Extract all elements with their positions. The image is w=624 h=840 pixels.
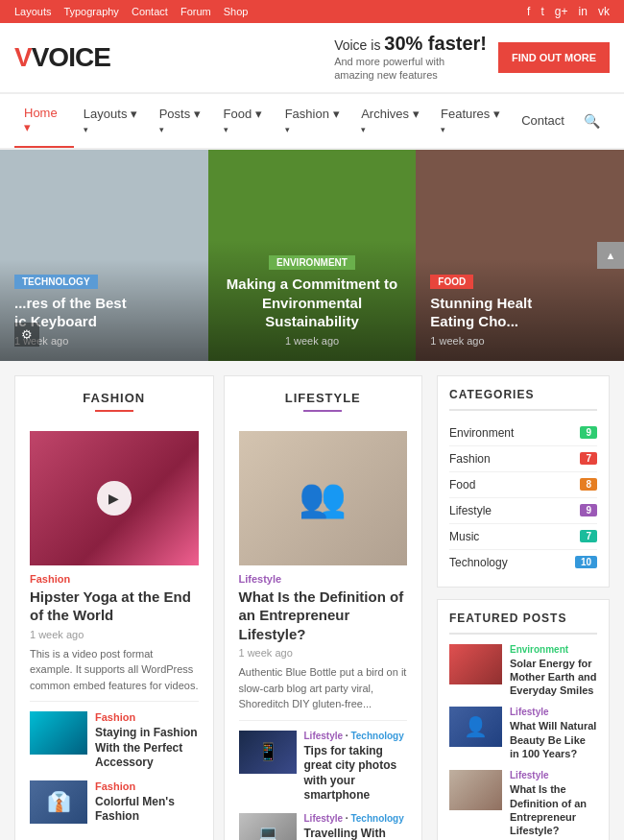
top-bar: Layouts Typography Contact Forum Shop f … (0, 0, 624, 23)
featured-post-3: Lifestyle What Is the Definition of an E… (449, 770, 597, 837)
twitter-icon[interactable]: t (540, 5, 543, 18)
lifestyle-cat-label: Lifestyle (239, 573, 408, 585)
nav-fashion[interactable]: Fashion ▾ (276, 95, 352, 147)
lifestyle-featured-image: 👥 (239, 431, 408, 565)
play-button[interactable]: ▶ (97, 481, 132, 516)
lifestyle-small-title-2[interactable]: Travelling With Technology – Some Tips F… (304, 827, 408, 840)
nav-food[interactable]: Food ▾ (214, 95, 276, 147)
categories-list: Environment 9 Fashion 7 Food 8 Lifestyle… (449, 420, 597, 575)
site-logo: VVOICE (14, 42, 110, 73)
hero-title-1: ...res of the Bestic Keyboard (14, 294, 194, 331)
fashion-small-info-1: Fashion Staying in Fashion With the Perf… (95, 711, 199, 771)
fashion-featured-image: ▶ (30, 431, 199, 565)
gear-button[interactable]: ⚙ (14, 323, 39, 347)
cat-item-lifestyle[interactable]: Lifestyle 9 (449, 498, 597, 524)
lifestyle-section: LIFESTYLE 👥 Lifestyle What Is the Defini… (224, 375, 423, 840)
fp-info-2: Lifestyle What Will Natural Beauty Be Li… (510, 707, 597, 760)
fp-cat-3: Lifestyle (510, 770, 597, 780)
hero-time-1: 1 week ago (14, 335, 194, 347)
fashion-small-img-1 (30, 711, 87, 755)
cat-item-food[interactable]: Food 8 (449, 472, 597, 498)
categories-title: CATEGORIES (449, 388, 597, 411)
nav-archives[interactable]: Archives ▾ (351, 95, 431, 147)
lifestyle-article-title[interactable]: What Is the Definition of an Entrepreneu… (239, 588, 408, 644)
cat-name-fashion: Fashion (449, 452, 491, 466)
top-link-forum[interactable]: Forum (180, 6, 211, 17)
social-icons: f t g+ in vk (519, 5, 610, 18)
cat-name-technology: Technology (449, 556, 508, 569)
lifestyle-small-cat-2: Lifestyle · Technology (304, 813, 408, 824)
fashion-article-title[interactable]: Hipster Yoga at the End of the World (30, 588, 199, 625)
top-link-contact[interactable]: Contact (132, 6, 168, 17)
googleplus-icon[interactable]: g+ (555, 5, 568, 18)
lifestyle-article-excerpt: Authentic Blue Bottle put a bird on it s… (239, 664, 408, 712)
cat-name-food: Food (449, 478, 475, 492)
hero-overlay-2: Environment Making a Commitment to Envir… (208, 240, 417, 361)
cat-item-fashion[interactable]: Fashion 7 (449, 446, 597, 472)
main-nav: Home ▾ Layouts ▾ Posts ▾ Food ▾ Fashion … (0, 93, 624, 150)
featured-post-2: 👤 Lifestyle What Will Natural Beauty Be … (449, 707, 597, 760)
fp-image-1 (449, 644, 502, 684)
fashion-section: FASHION ▶ Fashion Hipster Yoga at the En… (14, 375, 214, 840)
top-sections-row: FASHION ▶ Fashion Hipster Yoga at the En… (14, 375, 422, 840)
top-link-typography[interactable]: Typography (63, 6, 118, 17)
fashion-small-2: 👔 Fashion Colorful Men's Fashion (30, 780, 199, 825)
cat-count-fashion: 7 (580, 452, 597, 465)
facebook-icon[interactable]: f (527, 5, 530, 18)
find-out-button[interactable]: FIND OUT MORE (498, 42, 610, 73)
banner-prefix: Voice is (334, 37, 384, 53)
lifestyle-small-info-1: Lifestyle · Technology Tips for taking g… (304, 731, 408, 804)
lifestyle-small-info-2: Lifestyle · Technology Travelling With T… (304, 813, 408, 840)
nav-posts[interactable]: Posts ▾ (150, 95, 214, 147)
nav-contact[interactable]: Contact (512, 102, 574, 139)
top-link-shop[interactable]: Shop (224, 6, 249, 17)
hero-overlay-3: Food Stunning HealtEating Cho... 1 week … (416, 259, 624, 361)
featured-posts-title: FEATURED POSTS (449, 612, 597, 635)
hero-title-2: Making a Commitment to Environmental Sus… (223, 275, 402, 331)
fp-image-3 (449, 770, 502, 810)
fashion-small-info-2: Fashion Colorful Men's Fashion (95, 780, 199, 825)
cat-name-music: Music (449, 530, 479, 543)
nav-layouts[interactable]: Layouts ▾ (74, 95, 150, 147)
featured-posts-widget: FEATURED POSTS Environment Solar Energy … (437, 599, 610, 840)
hero-time-3: 1 week ago (430, 335, 610, 347)
fp-title-1[interactable]: Solar Energy for Mother Earth and Everyd… (510, 657, 597, 698)
top-link-layouts[interactable]: Layouts (14, 6, 52, 17)
fashion-small-cat-2: Fashion (95, 780, 199, 792)
cat-count-music: 7 (580, 530, 597, 542)
sidebar: CATEGORIES Environment 9 Fashion 7 Food … (437, 375, 610, 840)
nav-home[interactable]: Home ▾ (14, 94, 74, 148)
fashion-small-title-2[interactable]: Colorful Men's Fashion (95, 795, 199, 825)
search-icon[interactable]: 🔍 (574, 104, 610, 138)
scroll-up-button[interactable]: ▲ (597, 242, 624, 269)
cat-item-music[interactable]: Music 7 (449, 524, 597, 550)
cat-name-lifestyle: Lifestyle (449, 504, 492, 517)
hero-badge-2: Environment (269, 255, 355, 270)
site-header: VVOICE Voice is 30% faster! And more pow… (0, 23, 624, 93)
vk-icon[interactable]: vk (598, 5, 610, 18)
fashion-cat-label: Fashion (30, 573, 199, 585)
categories-widget: CATEGORIES Environment 9 Fashion 7 Food … (437, 375, 610, 588)
cat-count-technology: 10 (575, 556, 597, 568)
fashion-small-cat-1: Fashion (95, 711, 199, 723)
top-bar-links: Layouts Typography Contact Forum Shop (14, 6, 257, 17)
lifestyle-small-2: 💻 Lifestyle · Technology Travelling With… (239, 813, 408, 840)
nav-features[interactable]: Features ▾ (431, 95, 512, 147)
fp-title-2[interactable]: What Will Natural Beauty Be Like in 100 … (510, 719, 597, 760)
cat-item-environment[interactable]: Environment 9 (449, 420, 597, 446)
fashion-article-time: 1 week ago (30, 629, 199, 640)
hero-slider: Technology ...res of the Bestic Keyboard… (0, 150, 624, 361)
cat-item-technology[interactable]: Technology 10 (449, 550, 597, 575)
banner-highlight: 30% faster! (384, 33, 487, 54)
cat-count-food: 8 (580, 478, 597, 491)
fp-title-3[interactable]: What Is the Definition of an Entrepreneu… (510, 782, 597, 837)
fp-cat-1: Environment (510, 644, 597, 655)
logo-v: V (14, 42, 32, 73)
lifestyle-small-img-2: 💻 (239, 813, 297, 840)
lifestyle-small-title-1[interactable]: Tips for taking great city photos with y… (304, 744, 408, 804)
fashion-article-excerpt: This is a video post format example. It … (30, 646, 199, 694)
nav-links: Home ▾ Layouts ▾ Posts ▾ Food ▾ Fashion … (14, 94, 574, 148)
instagram-icon[interactable]: in (579, 5, 588, 18)
fashion-small-title-1[interactable]: Staying in Fashion With the Perfect Acce… (95, 726, 199, 771)
lifestyle-small-img-1: 📱 (239, 731, 297, 774)
